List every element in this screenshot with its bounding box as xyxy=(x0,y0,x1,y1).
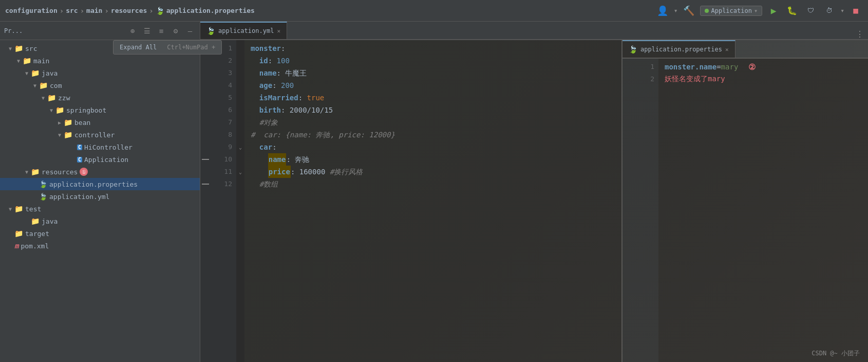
line-num-8: 8 xyxy=(211,129,232,141)
tree-label-com: com xyxy=(50,82,62,89)
profile-button[interactable]: ⏱ xyxy=(822,4,836,18)
diff-marker-12 xyxy=(200,178,211,190)
prop-key-monster-name: monster.name xyxy=(665,63,716,71)
folder-icon: 📁 xyxy=(64,131,72,139)
tree-item-java[interactable]: ▼ 📁 java xyxy=(0,67,200,79)
line-num-9: 9 xyxy=(211,141,232,153)
tree-item-springboot[interactable]: ▼ 📁 springboot xyxy=(0,104,200,116)
val-100: 100 xyxy=(277,55,290,67)
tree-item-com[interactable]: ▼ 📁 com xyxy=(0,79,200,92)
folder-icon: 📁 xyxy=(47,94,56,102)
tree-item-bean[interactable]: ▶ 📁 bean xyxy=(0,116,200,129)
comment-cn-line2: 妖怪名变成了mary xyxy=(665,75,725,84)
tree-item-application-yml[interactable]: 🍃 application.yml xyxy=(0,190,200,203)
expand-all-button[interactable]: ≡ xyxy=(156,25,167,37)
code-line-1: monster: xyxy=(251,42,621,55)
class-main-icon: C xyxy=(77,157,82,162)
right-code-editor[interactable]: monster.name=mary ② 妖怪名变成了mary xyxy=(658,59,868,362)
fold-icon-9[interactable]: ⌄ xyxy=(236,141,244,153)
tree-label-java: java xyxy=(42,69,58,77)
kw-price: price xyxy=(268,166,291,178)
project-tree: ▼ 📁 src ▼ 📁 main ▼ 📁 java ▼ xyxy=(0,40,200,362)
spring-leaf-icon: 🍃 xyxy=(156,7,164,15)
run-button[interactable]: ▶ xyxy=(766,4,781,18)
folder-icon: 📁 xyxy=(31,69,40,77)
tree-item-controller[interactable]: ▼ 📁 controller xyxy=(0,129,200,141)
tree-item-main[interactable]: ▼ 📁 main xyxy=(0,55,200,67)
tree-item-pom[interactable]: m pom.xml xyxy=(0,240,200,252)
code-line-7: #对象 xyxy=(251,116,621,129)
diff-marker-10 xyxy=(200,153,211,166)
editor-area: 🍃 application.yml ✕ ⋮ ⚠ xyxy=(200,22,868,362)
tree-label-test-java: java xyxy=(42,218,58,225)
tree-item-test[interactable]: ▼ 📁 test xyxy=(0,203,200,215)
spring-leaf-file-icon: 🍃 xyxy=(39,180,47,188)
gutter-empty-5 xyxy=(200,92,211,104)
tab-application-properties[interactable]: 🍃 application.properties ✕ xyxy=(622,40,735,58)
fold-1 xyxy=(236,42,244,55)
top-toolbar: configuration › src › main › resources ›… xyxy=(0,0,868,22)
code-line-4: age: 200 xyxy=(251,79,621,92)
yml-tab-close[interactable]: ✕ xyxy=(277,28,280,34)
line-num-10: 10 xyxy=(211,153,232,166)
right-line-numbers: 1 2 xyxy=(633,59,658,362)
yml-tab-label: application.yml xyxy=(218,27,274,34)
collapse-all-button[interactable]: ☰ xyxy=(141,25,153,37)
breadcrumb-file[interactable]: application.properties xyxy=(166,7,255,14)
fold-6 xyxy=(236,104,244,116)
stop-button[interactable]: ■ xyxy=(848,4,863,18)
breadcrumb-resources[interactable]: resources xyxy=(111,7,147,14)
build-button[interactable]: 🔨 xyxy=(682,4,696,18)
class-c-icon: C xyxy=(77,144,82,150)
maven-icon: m xyxy=(14,242,18,250)
prop-eq: = xyxy=(716,63,721,71)
settings-button[interactable]: ⚙ xyxy=(170,25,181,37)
tree-item-zzw[interactable]: ▼ 📁 zzw xyxy=(0,92,200,104)
editor-tab-more[interactable]: ⋮ xyxy=(852,29,868,39)
tree-label-test: test xyxy=(25,205,41,213)
sidebar-title: Pr... xyxy=(4,27,23,34)
src-arrow: ▼ xyxy=(6,46,14,51)
comment-duixiang: #对象 xyxy=(259,116,278,129)
code-line-5: isMarried: true xyxy=(251,92,621,104)
tree-item-hicontroller[interactable]: C HiController xyxy=(0,141,200,153)
tree-item-test-java[interactable]: 📁 java xyxy=(0,215,200,227)
line-num-2: 2 xyxy=(211,55,232,67)
line-num-12: 12 xyxy=(211,178,232,190)
props-tab-close[interactable]: ✕ xyxy=(725,46,729,53)
tab-application-yml[interactable]: 🍃 application.yml ✕ xyxy=(200,22,287,39)
tree-item-target[interactable]: 📁 target xyxy=(0,227,200,240)
java-arrow: ▼ xyxy=(23,70,31,76)
editor-content: ⚠ 1 2 3 xyxy=(200,40,868,362)
kw-monster: monster xyxy=(251,42,281,55)
right-warning-gutter xyxy=(622,59,633,362)
prop-val-mary: mary xyxy=(721,63,739,71)
coverage-button[interactable]: 🛡 xyxy=(803,4,818,18)
tree-item-application-properties[interactable]: 🍃 application.properties xyxy=(0,178,200,190)
run-status-dot xyxy=(705,9,709,13)
comment-car-inline: # car: {name: 奔驰, price: 12000} xyxy=(251,129,395,141)
close-sidebar-button[interactable]: — xyxy=(184,25,196,37)
debug-button[interactable]: 🐛 xyxy=(785,4,799,18)
watermark: CSDN @~ 小团子 xyxy=(812,349,860,358)
tree-label-application-yml: application.yml xyxy=(49,193,109,201)
code-line-10: name: 奔驰 xyxy=(251,153,621,166)
tree-item-resources[interactable]: ▼ 📁 resources ① xyxy=(0,166,200,178)
run-config-selector[interactable]: Application ▾ xyxy=(700,6,762,16)
user-button[interactable]: 👤 xyxy=(655,4,670,18)
breadcrumb-configuration[interactable]: configuration xyxy=(5,7,58,14)
yml-tab-icon: 🍃 xyxy=(206,27,215,35)
toolbar-right: 👤 ▾ 🔨 Application ▾ ▶ 🐛 🛡 ⏱ ▾ ■ xyxy=(655,4,863,18)
tree-item-application[interactable]: C Application xyxy=(0,153,200,166)
code-editor[interactable]: monster: id: 100 name: 牛魔王 age: 200 isMa… xyxy=(244,40,621,362)
springboot-arrow: ▼ xyxy=(47,107,55,113)
profile-dropdown-arrow: ▾ xyxy=(840,7,844,14)
breadcrumb-src[interactable]: src xyxy=(66,7,78,14)
kw-car: car xyxy=(259,141,272,153)
breadcrumb-main[interactable]: main xyxy=(86,7,102,14)
fold-icon-11[interactable]: ⌄ xyxy=(236,166,244,178)
target-icon-button[interactable]: ⊕ xyxy=(127,25,138,37)
right-code-line-2: 妖怪名变成了mary xyxy=(665,73,868,85)
zzw-arrow: ▼ xyxy=(39,95,47,101)
props-tab-label: application.properties xyxy=(640,46,722,53)
